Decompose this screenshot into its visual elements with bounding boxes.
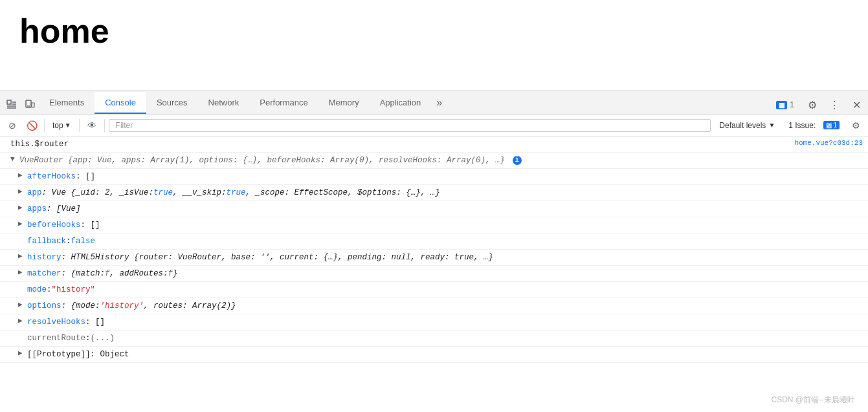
- dropdown-arrow-icon: ▼: [65, 122, 71, 129]
- devtools-panel: Elements Console Sources Network Perform…: [0, 91, 868, 363]
- console-line-apps: apps : [Vue]: [0, 201, 868, 217]
- tab-sources[interactable]: Sources: [146, 92, 198, 114]
- issue-button[interactable]: 1 Issue: ▩ 1: [783, 119, 845, 132]
- message-icon: ▩: [776, 101, 787, 109]
- prototype-label: [[Prototype]]: Object: [27, 348, 129, 361]
- toolbar-divider2: [79, 119, 80, 132]
- tab-performance[interactable]: Performance: [249, 92, 318, 114]
- app-label: app: [27, 186, 42, 199]
- fallback-label: fallback: [27, 235, 66, 248]
- mode-label: mode: [27, 283, 47, 296]
- console-line-mode: mode : "history": [0, 282, 868, 298]
- close-devtools-button[interactable]: ✕: [847, 96, 865, 114]
- svg-rect-6: [32, 103, 34, 107]
- inspect-element-icon[interactable]: [3, 96, 21, 114]
- devtools-tabs: Elements Console Sources Network Perform…: [0, 91, 868, 114]
- console-line-afterhooks: afterHooks : []: [0, 169, 868, 185]
- console-line-beforehooks: beforeHooks : []: [0, 217, 868, 233]
- issue-count-badge: ▩ 1: [823, 121, 840, 129]
- vuerouter-text: VueRouter {app: Vue, apps: Array(1), opt…: [19, 154, 522, 167]
- expression-text: this.$router: [10, 138, 69, 151]
- console-settings-button[interactable]: ⚙: [847, 117, 864, 134]
- console-toolbar: ⊘ 🚫 top ▼ 👁 Default levels ▼ 1 Issue: ▩ …: [0, 114, 868, 136]
- default-levels-button[interactable]: Default levels ▼: [713, 118, 781, 133]
- apps-label: apps: [27, 202, 47, 215]
- currentroute-label: currentRoute: [27, 332, 85, 345]
- info-icon: i: [513, 156, 522, 165]
- expand-beforehooks[interactable]: [18, 219, 25, 230]
- expand-resolvehooks[interactable]: [18, 316, 25, 327]
- device-toolbar-icon[interactable]: [21, 96, 39, 114]
- page-title: home: [19, 13, 849, 50]
- eye-icon-button[interactable]: 👁: [83, 117, 100, 134]
- expand-arrow[interactable]: [10, 154, 17, 166]
- toolbar-divider: [44, 119, 45, 132]
- expand-options[interactable]: [18, 299, 25, 311]
- expand-matcher[interactable]: [18, 267, 25, 279]
- svg-rect-0: [7, 100, 11, 104]
- resolvehooks-label: resolveHooks: [27, 316, 85, 329]
- toolbar-right: ▩ 1 ⚙ ⋮ ✕: [771, 96, 865, 114]
- afterhooks-label: afterHooks: [27, 170, 76, 183]
- console-output: this.$router home.vue?c03d:23 VueRouter …: [0, 136, 868, 363]
- expand-history[interactable]: [18, 251, 25, 263]
- console-line-history: history : HTML5History {router: VueRoute…: [0, 250, 868, 266]
- tab-elements[interactable]: Elements: [39, 92, 95, 114]
- source-link[interactable]: home.vue?c03d:23: [781, 138, 863, 149]
- page-content: home: [0, 0, 868, 91]
- history-label: history: [27, 251, 61, 264]
- clear-console-button[interactable]: ⊘: [4, 117, 21, 134]
- options-label: options: [27, 299, 61, 312]
- console-line-matcher: matcher : {match: f, addRoutes: f}: [0, 266, 868, 282]
- console-line-app: app : Vue {_uid: 2, _isVue: true, __v_sk…: [0, 185, 868, 201]
- console-line-options: options : {mode: 'history', routes: Arra…: [0, 298, 868, 314]
- more-options-button[interactable]: ⋮: [825, 96, 843, 114]
- tab-application[interactable]: Application: [370, 92, 432, 114]
- console-line-resolvehooks: resolveHooks : []: [0, 314, 868, 331]
- context-selector[interactable]: top ▼: [49, 120, 75, 131]
- settings-button[interactable]: ⚙: [803, 96, 821, 114]
- expand-app[interactable]: [18, 186, 25, 198]
- tab-network[interactable]: Network: [198, 92, 250, 114]
- expand-prototype[interactable]: [18, 348, 25, 360]
- tab-console[interactable]: Console: [95, 92, 146, 114]
- console-line-expression: this.$router home.vue?c03d:23: [0, 136, 868, 153]
- messages-badge-button[interactable]: ▩ 1: [771, 98, 799, 111]
- dropdown-icon: ▼: [768, 122, 775, 129]
- filter-input[interactable]: [112, 120, 708, 131]
- more-tabs-button[interactable]: »: [431, 92, 447, 114]
- toolbar-divider3: [104, 119, 105, 132]
- console-line-currentroute: currentRoute : (...): [0, 331, 868, 347]
- block-icon[interactable]: 🚫: [23, 117, 40, 134]
- expand-apps[interactable]: [18, 202, 25, 214]
- console-line-prototype: [[Prototype]]: Object: [0, 347, 868, 363]
- console-line-vuerouter: VueRouter {app: Vue, apps: Array(1), opt…: [0, 153, 868, 169]
- tab-memory[interactable]: Memory: [318, 92, 370, 114]
- console-line-fallback: fallback : false: [0, 233, 868, 250]
- matcher-label: matcher: [27, 267, 61, 280]
- filter-wrapper: [109, 119, 711, 132]
- beforehooks-label: beforeHooks: [27, 219, 81, 232]
- expand-afterhooks[interactable]: [18, 170, 25, 182]
